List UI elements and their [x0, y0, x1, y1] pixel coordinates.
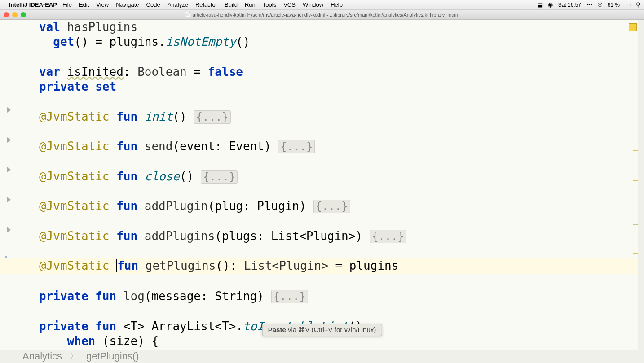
fold-region[interactable]: {...} [278, 140, 315, 153]
menu-help[interactable]: Help [331, 1, 343, 8]
fold-region[interactable]: {...} [370, 230, 406, 243]
close-window-button[interactable] [4, 12, 9, 17]
warning-marker[interactable] [633, 180, 638, 181]
warning-marker[interactable] [633, 150, 638, 151]
menu-refactor[interactable]: Refactor [195, 1, 217, 8]
warning-marker[interactable] [633, 153, 638, 153]
wifi-icon[interactable]: ⦾ [598, 1, 602, 9]
app-name[interactable]: IntelliJ IDEA-EAP [9, 1, 57, 8]
fold-arrow-icon[interactable] [7, 167, 11, 172]
menu-run[interactable]: Run [245, 1, 256, 8]
menu-window[interactable]: Window [303, 1, 323, 8]
warning-marker[interactable] [633, 127, 638, 127]
fold-region[interactable]: {...} [271, 290, 308, 303]
window-title: 📄 article-java-fiendly-kotlin [~/scm/my/… [185, 12, 459, 17]
menu-file[interactable]: File [62, 1, 72, 8]
file-icon: 📄 [185, 12, 191, 17]
analysis-indicator-icon[interactable] [629, 23, 637, 31]
menu-code[interactable]: Code [146, 1, 160, 8]
chevron-right-icon: 〉 [69, 350, 79, 363]
menu-tools[interactable]: Tools [263, 1, 276, 8]
more-icon[interactable]: ••• [587, 2, 592, 8]
minimize-window-button[interactable] [12, 12, 18, 17]
menu-analyze[interactable]: Analyze [168, 1, 188, 8]
breadcrumb-method[interactable]: getPlugins() [86, 350, 139, 362]
menu-build[interactable]: Build [225, 1, 238, 8]
code-content[interactable]: val hasPlugins get() = plugins.isNotEmpt… [18, 20, 644, 350]
menu-edit[interactable]: Edit [79, 1, 89, 8]
battery-icon[interactable]: ▭ [625, 1, 631, 8]
maximize-window-button[interactable] [21, 12, 26, 17]
fold-arrow-icon[interactable] [7, 197, 11, 202]
change-marker[interactable] [633, 224, 638, 225]
action-hint-popup: Paste via ⌘V (Ctrl+V for Win/Linux) [262, 324, 382, 336]
warning-marker[interactable] [633, 253, 638, 254]
fold-region[interactable]: {...} [313, 200, 350, 213]
vertical-scrollbar[interactable] [638, 20, 644, 350]
fold-arrow-icon[interactable] [7, 227, 11, 232]
search-icon[interactable]: ⚲ [636, 1, 640, 8]
battery-percent[interactable]: 61 % [608, 2, 620, 8]
clock[interactable]: Sat 16:57 [558, 2, 581, 8]
menu-navigate[interactable]: Navigate [116, 1, 139, 8]
fold-arrow-icon[interactable] [7, 107, 11, 113]
macos-menu-bar: IntelliJ IDEA-EAP File Edit View Navigat… [0, 0, 644, 10]
fold-region[interactable]: {...} [201, 170, 238, 184]
menu-view[interactable]: View [96, 1, 109, 8]
menu-vcs[interactable]: VCS [283, 1, 296, 8]
breadcrumb-class[interactable]: Analytics [22, 350, 62, 362]
breadcrumb-bar: Analytics 〉 getPlugins() [0, 350, 644, 363]
dropbox-icon[interactable]: ⬓ [537, 1, 543, 8]
editor[interactable]: val hasPlugins get() = plugins.isNotEmpt… [0, 20, 644, 350]
window-title-bar: 📄 article-java-fiendly-kotlin [~/scm/my/… [0, 10, 644, 20]
editor-gutter[interactable] [0, 20, 18, 350]
error-stripe[interactable] [632, 20, 638, 350]
fold-region[interactable]: {...} [194, 110, 230, 124]
fold-arrow-icon[interactable] [7, 137, 11, 143]
siri-icon[interactable]: ◉ [548, 1, 553, 8]
